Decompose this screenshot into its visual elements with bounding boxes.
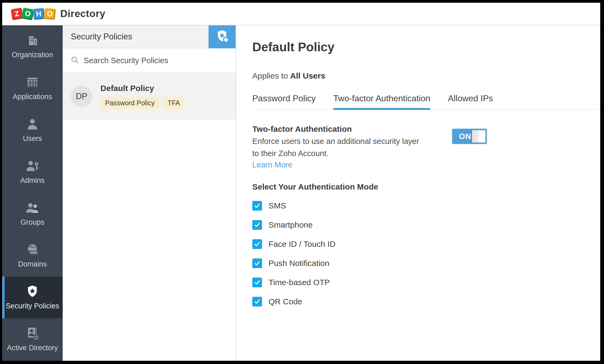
applies-target: All Users <box>290 71 325 80</box>
logo-tile: O <box>21 7 34 20</box>
logo-tile: O <box>44 8 56 20</box>
tfa-description: Enforce users to use an additional secur… <box>252 135 421 160</box>
sidebar-item-groups[interactable]: Groups <box>2 193 63 235</box>
applications-icon <box>25 75 39 89</box>
domains-icon: www <box>25 243 39 257</box>
sidebar-item-security-policies[interactable]: Security Policies <box>2 277 63 318</box>
panel-title: Security Policies <box>71 32 132 42</box>
applies-to-line: Applies to All Users <box>252 71 600 80</box>
auth-mode-push-notification[interactable]: Push Notification <box>252 258 600 268</box>
shield-star-icon <box>25 285 39 299</box>
svg-text:www: www <box>30 251 37 254</box>
policy-avatar: DP <box>71 86 92 107</box>
tfa-heading: Two-factor Authentication <box>252 124 421 134</box>
sidebar-item-label: Users <box>23 134 42 143</box>
auth-mode-heading: Select Your Authentication Mode <box>252 182 600 191</box>
policy-search-row <box>63 48 236 73</box>
checkbox-checked-icon[interactable] <box>252 297 262 306</box>
auth-mode-time-based-otp[interactable]: Time-based OTP <box>252 278 600 287</box>
tfa-toggle[interactable]: ON <box>452 129 487 144</box>
tab-password-policy[interactable]: Password Policy <box>252 93 316 109</box>
add-policy-shield-icon <box>214 29 230 45</box>
checkbox-checked-icon[interactable] <box>252 239 262 249</box>
tfa-section: Two-factor Authentication Enforce users … <box>252 124 487 169</box>
sidebar-item-label: Admins <box>20 176 45 185</box>
auth-mode-smartphone[interactable]: Smartphone <box>252 220 600 230</box>
sidebar-item-admins[interactable]: Admins <box>2 151 63 193</box>
app-title: Directory <box>60 8 105 19</box>
app-window: Z O H O Directory Organization Applicati… <box>2 3 600 361</box>
logo-tile: H <box>33 8 45 20</box>
zoho-logo: Z O H O Directory <box>11 8 105 19</box>
sidebar: Organization Applications Users Admins <box>2 25 63 361</box>
groups-icon <box>25 201 39 215</box>
search-icon <box>71 56 79 65</box>
policies-panel: Security Policies DP Default Policy <box>63 25 236 361</box>
add-policy-button[interactable] <box>209 25 236 48</box>
toggle-on-label: ON <box>459 132 471 141</box>
users-icon <box>25 117 39 131</box>
sidebar-item-label: Groups <box>21 218 45 227</box>
auth-mode-qr-code[interactable]: QR Code <box>252 297 600 306</box>
logo-tile: Z <box>11 8 23 20</box>
search-input[interactable] <box>83 56 227 65</box>
policies-panel-header: Security Policies <box>63 25 236 48</box>
checkbox-checked-icon[interactable] <box>252 201 262 211</box>
sidebar-item-organization[interactable]: Organization <box>2 25 63 67</box>
learn-more-link[interactable]: Learn More <box>252 160 292 169</box>
policy-tag: Password Policy <box>100 97 159 109</box>
sidebar-item-active-directory[interactable]: Active Directory <box>2 318 63 360</box>
auth-mode-face-touch-id[interactable]: Face ID / Touch ID <box>252 239 600 249</box>
sidebar-item-applications[interactable]: Applications <box>2 67 63 109</box>
policy-detail-pane: Default Policy Applies to All Users Pass… <box>236 25 600 361</box>
active-directory-icon <box>25 326 39 341</box>
sidebar-item-domains[interactable]: www Domains <box>2 235 63 277</box>
sidebar-item-label: Applications <box>13 93 52 101</box>
auth-mode-sms[interactable]: SMS <box>252 201 600 211</box>
sidebar-item-users[interactable]: Users <box>2 109 63 151</box>
policy-name: Default Policy <box>100 84 184 93</box>
checkbox-checked-icon[interactable] <box>252 278 262 287</box>
organization-icon <box>25 33 39 48</box>
tab-two-factor-authentication[interactable]: Two-factor Authentication <box>333 93 430 109</box>
admins-icon <box>25 159 39 173</box>
policy-tag: TFA <box>163 97 184 109</box>
toggle-knob[interactable] <box>472 130 485 143</box>
checkbox-checked-icon[interactable] <box>252 258 262 268</box>
sidebar-item-label: Organization <box>12 51 53 59</box>
policy-list-item[interactable]: DP Default Policy Password Policy TFA <box>63 73 236 120</box>
sidebar-item-label: Active Directory <box>7 344 58 352</box>
policy-tabs: Password Policy Two-factor Authenticatio… <box>252 93 600 110</box>
page-title: Default Policy <box>252 40 600 54</box>
checkbox-checked-icon[interactable] <box>252 220 262 230</box>
app-header: Z O H O Directory <box>2 3 600 25</box>
sidebar-item-label: Domains <box>18 260 47 268</box>
sidebar-item-label: Security Policies <box>6 302 59 310</box>
tab-allowed-ips[interactable]: Allowed IPs <box>448 93 493 109</box>
